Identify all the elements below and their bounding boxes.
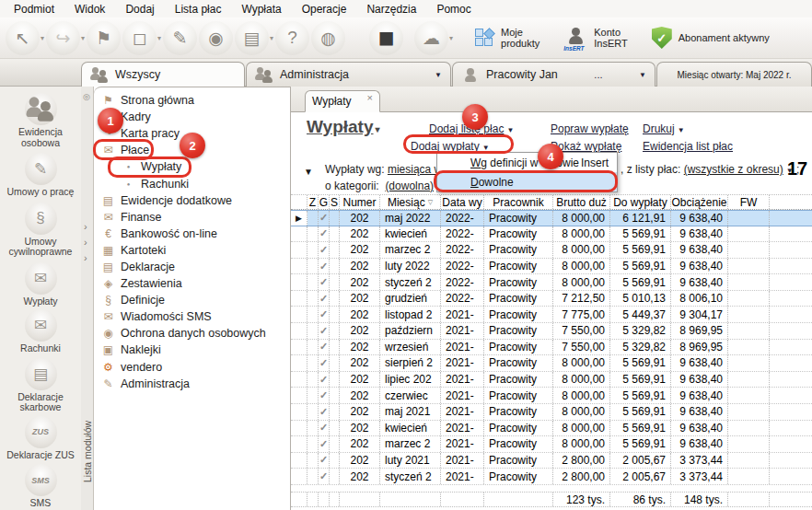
insert-account-button[interactable]: InsERT Konto InsERT bbox=[563, 27, 627, 49]
module-rachunki[interactable]: ✉Rachunki bbox=[0, 309, 81, 354]
toolbar-button-printer-icon[interactable]: ▤▾ bbox=[235, 21, 273, 55]
header-col-brutto-duż[interactable]: Brutto duż bbox=[553, 195, 610, 209]
my-products-button[interactable]: Moje produkty bbox=[475, 27, 539, 49]
chevron-down-icon[interactable]: ▾ bbox=[270, 34, 273, 42]
menu-widok[interactable]: Widok bbox=[64, 1, 115, 17]
tree-item-naklejki[interactable]: ▣Naklejki bbox=[94, 342, 290, 358]
payment-row[interactable]: ▶✓202maj 20222022-Pracowity8 000,006 121… bbox=[291, 210, 812, 226]
fix-payment-link[interactable]: Popraw wypłatę bbox=[551, 122, 629, 135]
toolbar-button-flag-icon[interactable]: ⚑ bbox=[87, 21, 121, 55]
payroll-registry-link[interactable]: Ewidencja list płac bbox=[643, 140, 733, 153]
module-sms-wiadomosci-robocze[interactable]: SMSSMS Wiadomości robocze bbox=[0, 464, 81, 510]
payment-row[interactable]: ✓202maj 20212021-Pracowity8 000,005 569,… bbox=[291, 404, 812, 421]
toolbar-button-help-icon[interactable]: ? bbox=[275, 21, 309, 55]
menu-operacje[interactable]: Operacje bbox=[292, 1, 357, 17]
tree-item-strona-glowna[interactable]: ⚑Strona główna bbox=[94, 92, 290, 109]
print-link[interactable]: Drukuj▼ bbox=[643, 122, 685, 135]
menu-lista-płac[interactable]: Lista płac bbox=[165, 1, 232, 17]
payment-row[interactable]: ✓202kwiecień2021-Pracowity8 000,005 569,… bbox=[291, 421, 812, 437]
payment-row[interactable]: ✓202grudzień2022-Pracowity7 212,505 010,… bbox=[291, 291, 812, 307]
menu-dodaj[interactable]: Dodaj bbox=[115, 1, 164, 17]
tree-item-kartoteki[interactable]: ▦Kartoteki bbox=[94, 242, 290, 259]
menu-wypłata[interactable]: Wypłata bbox=[231, 1, 291, 17]
payment-row[interactable]: ✓202czerwiec2021-Pracowity8 000,005 569,… bbox=[291, 388, 812, 404]
chevron-down-icon[interactable]: ▼ bbox=[435, 71, 442, 79]
checkmark-icon: ✓ bbox=[319, 406, 328, 418]
module-umowy-o-prace[interactable]: ✎Umowy o pracę bbox=[0, 153, 81, 198]
chevron-down-icon[interactable]: ▾ bbox=[449, 34, 453, 42]
open-month-indicator[interactable]: Miesiąc otwarty: Maj 2022 r. bbox=[656, 62, 812, 87]
pin-icon[interactable]: ◎ bbox=[83, 92, 90, 101]
toolbar-button-stamp-icon[interactable]: ◉ bbox=[199, 21, 233, 55]
header-col-numer[interactable]: Numer bbox=[340, 195, 380, 209]
filter-collapse-icon[interactable]: ▼ bbox=[304, 167, 313, 177]
toolbar-button-cube-icon[interactable]: ◼ bbox=[369, 21, 403, 55]
toolbar-button-pointer-icon[interactable]: ↖▾ bbox=[6, 21, 44, 55]
page-title[interactable]: Wypłaty▾ bbox=[307, 117, 380, 137]
category-filter-link[interactable]: (dowolna) bbox=[385, 180, 434, 192]
payroll-list-filter-link[interactable]: (wszystkie z okresu) bbox=[684, 163, 783, 176]
module-list-strip[interactable]: ◎ › › › Lista modułów bbox=[81, 87, 94, 510]
header-col-fw[interactable]: FW bbox=[728, 195, 770, 209]
header-col-data-wy[interactable]: Data wy bbox=[441, 195, 484, 209]
menu-item-by-contract-definition[interactable]: Wg definicji w umowie Insert bbox=[437, 153, 617, 172]
tree-item-definicje[interactable]: §Definicje bbox=[94, 292, 290, 308]
chevron-down-icon[interactable]: ▼ bbox=[639, 71, 646, 79]
payment-row[interactable]: ✓202kwiecień2022-Pracowity8 000,005 569,… bbox=[291, 226, 812, 243]
payment-row[interactable]: ✓202luty 20212021-Pracowity2 800,002 005… bbox=[291, 453, 812, 469]
tree-item-ochrona-danych-osobowych[interactable]: ◉Ochrona danych osobowych bbox=[94, 325, 290, 342]
payment-row[interactable]: ✓202wrzesień2021-Pracowity7 550,005 329,… bbox=[291, 340, 812, 356]
payment-row[interactable]: ✓202styczeń 22022-Pracowity8 000,005 569… bbox=[291, 274, 812, 291]
tree-item-vendero[interactable]: ⚙vendero bbox=[94, 359, 290, 376]
close-icon[interactable]: × bbox=[367, 92, 373, 103]
workspace-tab-all[interactable]: Wszyscy bbox=[81, 62, 245, 87]
toolbar-button-new-document-icon[interactable]: ◻▾ bbox=[122, 21, 161, 55]
toolbar-button-globe-icon[interactable]: ◍ bbox=[311, 21, 345, 55]
tree-item-deklaracje[interactable]: ▤Deklaracje bbox=[94, 259, 290, 275]
module-deklaracje-skarbowe[interactable]: ▤Deklaracje skarbowe bbox=[0, 358, 81, 413]
toolbar-button-edit-document-icon[interactable]: ✎ bbox=[163, 21, 197, 55]
payment-row[interactable]: ✓202luty 20222022-Pracowity8 000,005 569… bbox=[291, 259, 812, 275]
chevron-down-icon[interactable]: ▾ bbox=[157, 34, 161, 42]
payment-row[interactable]: ✓202październ2021-Pracowity7 550,005 329… bbox=[291, 323, 812, 340]
module-umowy-cywilnoprawne[interactable]: §Umowy cywilnoprawne bbox=[0, 203, 81, 258]
payment-row[interactable]: ✓202lipiec 2022021-Pracowity8 000,005 56… bbox=[291, 372, 812, 388]
tree-item-bankowosc-on-line[interactable]: €Bankowość on-line bbox=[94, 226, 290, 242]
filter-by-link[interactable]: miesiąca w bbox=[388, 163, 442, 176]
tree-item-kadry[interactable]: ☺Kadry bbox=[94, 109, 290, 125]
menu-pomoc[interactable]: Pomoc bbox=[426, 1, 481, 17]
tree-item-administracja[interactable]: ✎Administracja bbox=[94, 376, 290, 392]
tree-item-finanse[interactable]: ✉Finanse bbox=[94, 209, 290, 226]
subscription-status[interactable]: ✓ Abonament aktywny bbox=[652, 27, 770, 49]
header-col-g[interactable]: G bbox=[319, 195, 330, 209]
payment-row[interactable]: ✓202styczeń 22021-Pracowity2 800,002 005… bbox=[291, 469, 812, 485]
payment-row[interactable]: ✓202sierpień 22021-Pracowity8 000,005 56… bbox=[291, 355, 812, 372]
menu-narzędzia[interactable]: Narzędzia bbox=[356, 1, 426, 17]
header-col-miesiąc[interactable]: Miesiąc▽ bbox=[380, 195, 441, 209]
module-ewidencja-osobowa[interactable]: Ewidencja osobowa bbox=[0, 93, 81, 148]
header-col-pracownik[interactable]: Pracownik bbox=[484, 195, 553, 209]
toolbar-button-forward-icon[interactable]: ↪▾ bbox=[46, 21, 85, 55]
workspace-tab-employee[interactable]: Pracowity Jan ... ▼ bbox=[452, 62, 655, 87]
more-button[interactable]: ... bbox=[594, 69, 602, 80]
payment-row[interactable]: ✓202marzec 22022-Pracowity8 000,005 569,… bbox=[291, 242, 812, 259]
tree-item-zestawienia[interactable]: ◈Zestawienia bbox=[94, 275, 290, 292]
document-tab-wyplaty[interactable]: Wypłaty × bbox=[305, 90, 380, 112]
module-deklaracje-zus[interactable]: ZUSDeklaracje ZUS bbox=[0, 416, 81, 461]
tree-item-rachunki[interactable]: ●Rachunki bbox=[94, 175, 290, 191]
tree-item-wiadomosci-sms[interactable]: ✉Wiadomości SMS bbox=[94, 308, 290, 325]
header-col-do-wypłaty[interactable]: Do wypłaty bbox=[610, 195, 671, 209]
payment-row[interactable]: ✓202listopad 22021-Pracowity7 775,005 44… bbox=[291, 307, 812, 323]
cell bbox=[330, 291, 340, 307]
header-col-s[interactable]: S bbox=[330, 195, 340, 209]
header-col-obciążenie[interactable]: Obciążenie bbox=[671, 195, 728, 209]
menu-podmiot[interactable]: Podmiot bbox=[4, 1, 64, 17]
chevron-down-icon[interactable]: ▾ bbox=[41, 34, 44, 42]
module-wyplaty[interactable]: ✉Wypłaty bbox=[0, 262, 81, 307]
tree-item-ewidencje-dodatkowe[interactable]: ▤Ewidencje dodatkowe bbox=[94, 192, 290, 209]
workspace-tab-administracja[interactable]: Administracja ▼ bbox=[246, 62, 451, 87]
payment-row[interactable]: ✓202marzec 22021-Pracowity8 000,005 569,… bbox=[291, 436, 812, 453]
header-col-z[interactable]: Z bbox=[307, 195, 319, 209]
chevron-down-icon[interactable]: ▾ bbox=[81, 34, 85, 42]
toolbar-button-cloud-icon[interactable]: ☁▾ bbox=[414, 21, 453, 55]
